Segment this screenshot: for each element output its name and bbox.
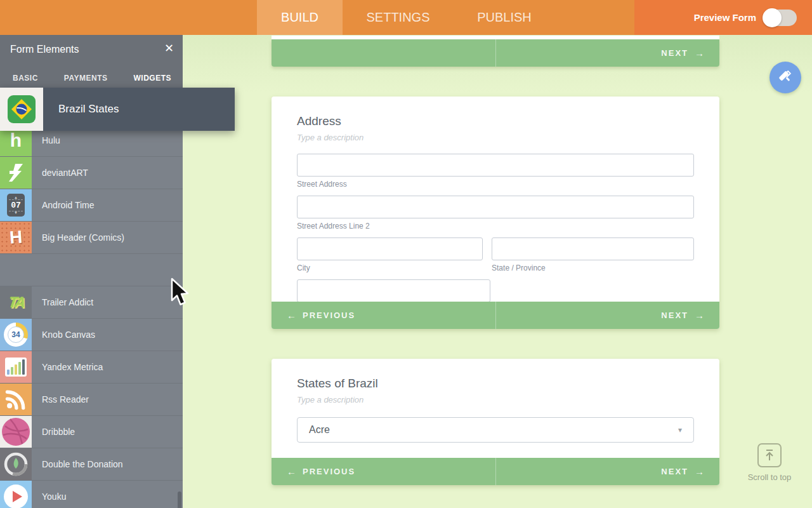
street-address2-sublabel: Street Address Line 2	[297, 222, 694, 231]
tab-settings[interactable]: SETTINGS	[343, 0, 454, 35]
arrow-right-icon: →	[695, 48, 704, 58]
arrow-right-icon: →	[695, 466, 704, 477]
widget-label: Brazil States	[43, 88, 119, 131]
widget-label: Double the Donation	[32, 448, 123, 480]
widget-label: Dribbble	[32, 416, 75, 448]
big-header-icon: H	[0, 222, 32, 253]
brazil-states-select[interactable]: Acre ▾	[297, 417, 694, 443]
deviantart-icon	[0, 157, 32, 189]
chevron-down-icon: ▾	[678, 425, 682, 434]
page1-footer-left	[272, 39, 495, 67]
arrow-up-to-line-icon	[764, 449, 775, 462]
knob-canvas-icon: 34	[0, 319, 32, 351]
widget-label: Youku	[32, 481, 66, 508]
sidebar-scrollbar[interactable]	[178, 491, 181, 508]
preview-form-control: Preview Form	[694, 0, 797, 35]
widget-label: Knob Canvas	[32, 319, 95, 351]
scroll-to-top-button[interactable]: Scroll to top	[741, 443, 798, 482]
tab-build[interactable]: BUILD	[257, 0, 343, 35]
previous-button[interactable]: ← PREVIOUS	[272, 302, 495, 329]
arrow-left-icon: ←	[287, 466, 296, 477]
page-navigation: ← PREVIOUS NEXT →	[272, 458, 719, 485]
widget-item-big-header[interactable]: H Big Header (Comics)	[0, 222, 183, 254]
widget-item-yandex-metrica[interactable]: Yandex Metrica	[0, 351, 183, 384]
street-address2-input[interactable]	[297, 196, 694, 218]
preview-form-toggle[interactable]	[764, 10, 797, 26]
form-canvas: NEXT → Address Type a description Street…	[183, 35, 812, 508]
question-title[interactable]: Address	[297, 114, 694, 128]
widget-item-rss-reader[interactable]: Rss Reader	[0, 384, 183, 416]
widget-label: Big Header (Comics)	[32, 222, 124, 253]
question-title[interactable]: States of Brazil	[297, 377, 694, 391]
street-address-sublabel: Street Address	[297, 180, 694, 189]
tab-payments[interactable]: PAYMENTS	[64, 74, 108, 83]
state-sublabel: State / Province	[492, 264, 694, 272]
yandex-metrica-icon	[0, 351, 32, 383]
page-navigation: ← PREVIOUS NEXT →	[272, 302, 719, 329]
paint-roller-icon	[777, 69, 794, 86]
address-question-card[interactable]: Address Type a description Street Addres…	[272, 97, 719, 329]
selected-value: Acre	[309, 424, 678, 436]
close-icon[interactable]: ✕	[164, 43, 174, 54]
next-button[interactable]: NEXT →	[495, 458, 720, 485]
widget-item-dribbble[interactable]: Dribbble	[0, 416, 183, 448]
page-top-navigation: NEXT →	[272, 39, 719, 67]
widget-item-brazil-states[interactable]: Brazil States	[0, 88, 235, 131]
android-time-icon: ▲ 07 ▼	[0, 189, 32, 221]
tab-widgets[interactable]: WIDGETS	[134, 74, 172, 83]
street-address-input[interactable]	[297, 154, 694, 177]
toggle-knob	[763, 8, 782, 27]
tab-basic[interactable]: BASIC	[13, 74, 38, 83]
trailer-addict-icon: TA	[0, 286, 32, 318]
widget-label: deviantART	[32, 157, 88, 189]
brazil-flag-icon	[0, 88, 43, 131]
preview-form-label: Preview Form	[694, 12, 756, 23]
previous-button[interactable]: ← PREVIOUS	[272, 458, 495, 485]
next-button[interactable]: NEXT →	[495, 302, 720, 329]
question-description[interactable]: Type a description	[297, 395, 694, 404]
widget-item-double-the-donation[interactable]: Double the Donation	[0, 448, 183, 481]
form-designer-button[interactable]	[769, 62, 801, 93]
dribbble-icon	[0, 416, 32, 448]
widget-label: Trailer Addict	[32, 286, 93, 318]
city-sublabel: City	[297, 264, 483, 272]
nav-tabs: BUILD SETTINGS PUBLISH	[257, 0, 555, 35]
scroll-to-top-label: Scroll to top	[748, 472, 792, 482]
widget-label: Rss Reader	[32, 384, 89, 415]
widget-item-knob-canvas[interactable]: 34 Knob Canvas	[0, 319, 183, 351]
city-input[interactable]	[297, 237, 483, 260]
widget-label: Yandex Metrica	[32, 351, 103, 383]
state-input[interactable]	[492, 237, 694, 260]
widget-item-android-time[interactable]: ▲ 07 ▼ Android Time	[0, 189, 183, 222]
widget-item-trailer-addict[interactable]: TA Trailer Addict	[0, 286, 183, 319]
form-elements-panel: Form Elements ✕ BASIC PAYMENTS WIDGETS h…	[0, 35, 183, 508]
arrow-right-icon: →	[695, 310, 704, 321]
widget-item-youku[interactable]: Youku	[0, 481, 183, 508]
widget-item-deviantart[interactable]: deviantART	[0, 157, 183, 189]
widget-list: h Hulu deviantART ▲ 07 ▼ Android Time H	[0, 124, 183, 508]
panel-header: Form Elements ✕	[0, 35, 183, 64]
double-the-donation-icon	[0, 448, 32, 480]
youku-icon	[0, 481, 32, 508]
widget-item-brazil-states-slot	[0, 254, 183, 286]
panel-title: Form Elements	[10, 44, 79, 55]
rss-icon	[0, 384, 32, 415]
next-button[interactable]: NEXT →	[495, 39, 720, 67]
tab-publish[interactable]: PUBLISH	[454, 0, 555, 35]
brazil-states-question-card[interactable]: States of Brazil Type a description Acre…	[272, 359, 719, 485]
question-description[interactable]: Type a description	[297, 133, 694, 142]
top-navbar: BUILD SETTINGS PUBLISH Preview Form	[0, 0, 812, 35]
arrow-left-icon: ←	[287, 310, 296, 321]
postal-input[interactable]	[297, 279, 490, 302]
widget-label: Android Time	[32, 189, 94, 221]
